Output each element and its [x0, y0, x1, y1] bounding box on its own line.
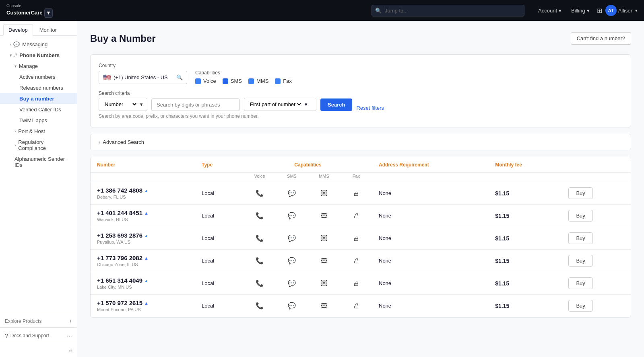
- cell-fax-5: 🖨: [340, 295, 372, 317]
- sidebar-item-phone-numbers[interactable]: ▾ # Phone Numbers: [0, 50, 77, 61]
- phone-number-0: +1 386 742 4808 ▲: [97, 187, 189, 194]
- buy-button-3[interactable]: Buy: [568, 255, 592, 267]
- phone-location-5: Mount Pocono, PA US: [97, 307, 189, 312]
- chevron-down-icon: ▾: [10, 53, 12, 57]
- cell-number-0: +1 386 742 4808 ▲ Debary, FL US: [91, 182, 195, 205]
- cell-buy-5: Buy: [562, 295, 631, 317]
- main-content: Buy a Number Can't find a number? Countr…: [77, 21, 644, 357]
- cell-address-req-5: None: [372, 295, 489, 317]
- sidebar-item-verified-caller-ids[interactable]: Verified Caller IDs: [0, 104, 77, 115]
- sms-icon: 💬: [288, 257, 296, 264]
- sidebar-item-manage[interactable]: ▾ Manage: [0, 61, 77, 72]
- account-menu-button[interactable]: Account ▾: [534, 5, 566, 16]
- voice-dot: [195, 78, 201, 84]
- fax-icon: 🖨: [353, 257, 359, 264]
- sidebar-item-buy-a-number[interactable]: Buy a number: [0, 93, 77, 104]
- sidebar-item-twiml-apps[interactable]: TwiML apps: [0, 115, 77, 126]
- number-type-dropdown[interactable]: Number Toll-free Short Code: [103, 101, 138, 108]
- capabilities-row: Voice SMS MMS Fax: [195, 78, 292, 84]
- cell-buy-2: Buy: [562, 227, 631, 250]
- sms-icon: 💬: [288, 190, 296, 197]
- match-to-dropdown[interactable]: First part of number Any part of number …: [248, 101, 302, 108]
- capability-mms[interactable]: MMS: [248, 78, 268, 84]
- table-row: +1 386 742 4808 ▲ Debary, FL US Local 📞 …: [91, 182, 631, 205]
- tab-monitor[interactable]: Monitor: [35, 24, 62, 35]
- brand-name[interactable]: CustomerCare ▾: [6, 8, 53, 18]
- user-name: Allison: [618, 8, 634, 14]
- capability-voice[interactable]: Voice: [195, 78, 216, 84]
- cell-sms-1: 💬: [276, 205, 308, 227]
- country-filter-group: Country 🇺🇸 (+1) United States - US 🔍: [99, 63, 187, 84]
- brand-dropdown[interactable]: ▾: [44, 8, 53, 18]
- buy-button-2[interactable]: Buy: [568, 232, 592, 244]
- topnav-right-actions: Account ▾ Billing ▾ ⊞ AT Allison ▾: [534, 5, 638, 16]
- country-flag: 🇺🇸: [103, 74, 111, 81]
- cell-address-req-3: None: [372, 250, 489, 272]
- fax-icon: 🖨: [353, 235, 359, 242]
- capability-sms[interactable]: SMS: [223, 78, 242, 84]
- cell-address-req-4: None: [372, 272, 489, 295]
- col-number: Number: [91, 157, 195, 173]
- phone-location-1: Warwick, RI US: [97, 217, 189, 222]
- reset-filters-button[interactable]: Reset filters: [356, 105, 384, 111]
- more-options-icon[interactable]: ⋯: [67, 333, 72, 339]
- buy-button-0[interactable]: Buy: [568, 187, 592, 199]
- phone-number-1: +1 401 244 8451 ▲: [97, 209, 189, 216]
- mms-icon: 🖼: [321, 190, 327, 197]
- sidebar-item-messaging[interactable]: › 💬 Messaging: [0, 39, 77, 50]
- cell-fee-4: $1.15: [489, 272, 562, 295]
- billing-menu-button[interactable]: Billing ▾: [567, 5, 594, 16]
- fax-label: Fax: [283, 78, 292, 84]
- sidebar-tabs: Develop Monitor: [0, 21, 77, 36]
- sidebar-collapse-button[interactable]: «: [0, 344, 77, 357]
- capabilities-label: Capabilities: [195, 70, 292, 76]
- advanced-search-toggle[interactable]: › Advanced Search: [90, 134, 631, 150]
- phone-location-3: Chicago Zone, IL US: [97, 262, 189, 267]
- sidebar-item-released-numbers[interactable]: Released numbers: [0, 82, 77, 93]
- avatar[interactable]: AT: [605, 5, 617, 16]
- sidebar-item-active-numbers[interactable]: Active numbers: [0, 72, 77, 82]
- fax-icon: 🖨: [353, 302, 359, 309]
- sidebar-item-alphanumeric-sender-ids[interactable]: Alphanumeric Sender IDs: [0, 154, 77, 170]
- cell-voice-0: 📞: [244, 182, 276, 205]
- cant-find-button[interactable]: Can't find a number?: [571, 32, 631, 45]
- buy-button-5[interactable]: Buy: [568, 300, 592, 312]
- chevron-down-icon: ▾: [14, 64, 17, 68]
- sms-icon: 💬: [288, 302, 296, 309]
- fax-icon: 🖨: [353, 280, 359, 287]
- buy-button-1[interactable]: Buy: [568, 210, 592, 222]
- sub-col-fax: Fax: [340, 173, 372, 182]
- chevron-right-icon: ›: [14, 143, 16, 148]
- cell-buy-0: Buy: [562, 182, 631, 205]
- table-row: +1 253 693 2876 ▲ Puyallup, WA US Local …: [91, 227, 631, 250]
- explore-products[interactable]: Explore Products +: [0, 315, 77, 327]
- sidebar-item-port-host[interactable]: › Port & Host: [0, 126, 77, 137]
- country-select[interactable]: 🇺🇸 (+1) United States - US 🔍: [99, 71, 187, 84]
- col-address-req: Address Requirement: [372, 157, 489, 173]
- results-table: Number Type Capabilities Address Require…: [91, 157, 631, 317]
- table-body: +1 386 742 4808 ▲ Debary, FL US Local 📞 …: [91, 182, 631, 317]
- search-criteria-row: Number Toll-free Short Code ▾ First part…: [99, 98, 623, 111]
- search-button[interactable]: Search: [320, 98, 352, 111]
- user-menu[interactable]: AT Allison ▾: [605, 5, 638, 16]
- number-type-select[interactable]: Number Toll-free Short Code ▾: [99, 98, 147, 111]
- capability-fax[interactable]: Fax: [275, 78, 292, 84]
- phone-location-0: Debary, FL US: [97, 195, 189, 199]
- search-input[interactable]: [151, 98, 240, 111]
- match-to-select[interactable]: First part of number Any part of number …: [244, 98, 316, 111]
- chevron-right-icon: ›: [14, 129, 16, 133]
- cell-number-3: +1 773 796 2082 ▲ Chicago Zone, IL US: [91, 250, 195, 272]
- cell-fax-2: 🖨: [340, 227, 372, 250]
- chevron-down-icon: ▾: [305, 101, 308, 107]
- grid-icon[interactable]: ⊞: [595, 5, 604, 16]
- docs-support-link[interactable]: ? Docs and Support: [5, 332, 49, 339]
- cell-sms-2: 💬: [276, 227, 308, 250]
- global-search-input[interactable]: [372, 5, 524, 16]
- chevron-right-icon: ›: [99, 139, 100, 145]
- tab-develop[interactable]: Develop: [3, 24, 33, 36]
- buy-button-4[interactable]: Buy: [568, 277, 592, 289]
- cell-buy-4: Buy: [562, 272, 631, 295]
- sidebar-item-regulatory-compliance[interactable]: › Regulatory Compliance: [0, 137, 77, 154]
- cell-number-2: +1 253 693 2876 ▲ Puyallup, WA US: [91, 227, 195, 250]
- voice-icon: 📞: [256, 212, 264, 219]
